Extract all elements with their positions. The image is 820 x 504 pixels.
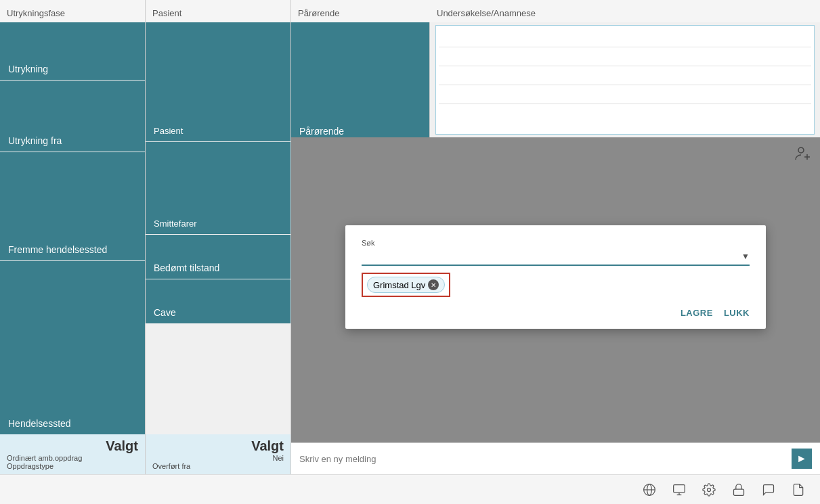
- pasient-block[interactable]: [146, 22, 290, 120]
- save-button[interactable]: LAGRE: [681, 308, 713, 318]
- dialog-actions: LAGRE LUKK: [362, 308, 750, 318]
- bedomt-label: Bedømt tilstand: [154, 262, 219, 273]
- bedomt-block[interactable]: Bedømt tilstand: [146, 235, 290, 279]
- middle-valgt: Valgt: [251, 438, 284, 454]
- utrykning-fra-label: Utrykning fra: [8, 135, 62, 146]
- pasient-label: Pasient: [146, 120, 290, 141]
- undersokelse-area: [430, 22, 820, 137]
- left-valgt: Valgt: [106, 438, 138, 454]
- utrykningsfase-column: Utrykningsfase Utrykning Utrykning fra F…: [0, 0, 146, 474]
- chat-icon[interactable]: [760, 482, 777, 498]
- message-input[interactable]: [299, 454, 792, 464]
- left-oppdragstype: Oppdragstype: [7, 462, 138, 470]
- overlay-panel: Søk ▼ Grimstad Lgv ✕ LAGRE LUKK: [291, 137, 820, 474]
- utrykning-block[interactable]: Utrykning: [0, 22, 145, 80]
- parorende-col-header: Pårørende: [291, 0, 430, 22]
- grimstad-tag: Grimstad Lgv ✕: [367, 277, 445, 293]
- smittefarer-block[interactable]: [146, 142, 290, 213]
- pasient-header: Pasient: [146, 0, 290, 22]
- right-area: Pårørende Undersøkelse/Anamnese Pårørend…: [291, 0, 820, 474]
- svg-rect-10: [734, 489, 744, 495]
- search-label: Søk: [362, 239, 750, 247]
- pasient-column: Pasient Pasient Smittefarer Bedømt tilst…: [146, 0, 291, 474]
- utrykning-label: Utrykning: [8, 64, 48, 74]
- cave-block[interactable]: Cave: [146, 279, 290, 323]
- add-person-icon[interactable]: [794, 145, 811, 165]
- send-button[interactable]: ►: [792, 449, 812, 469]
- message-input-bar: ►: [291, 442, 820, 474]
- smittefarer-label: Smittefarer: [146, 213, 290, 234]
- globe-icon[interactable]: [641, 482, 657, 498]
- middle-bottom-panel: Valgt Nei Overført fra: [146, 434, 290, 474]
- undersokelse-col-header: Undersøkelse/Anamnese: [430, 0, 820, 22]
- hendelsessted-label: Hendelsessted: [8, 418, 71, 429]
- svg-rect-6: [674, 484, 685, 492]
- gear-icon[interactable]: [701, 482, 717, 498]
- close-button[interactable]: LUKK: [724, 308, 750, 318]
- svg-point-0: [798, 147, 804, 153]
- undersokelse-header: Undersøkelse/Anamnese: [430, 0, 820, 22]
- left-bottom-panel: Valgt Ordinært amb.oppdrag Oppdragstype: [0, 434, 145, 474]
- utrykningsfase-header: Utrykningsfase: [0, 0, 145, 22]
- fremme-block[interactable]: Fremme hendelsessted: [0, 152, 145, 260]
- cave-label: Cave: [154, 307, 176, 318]
- middle-overfort: Overført fra: [152, 462, 284, 470]
- monitor-icon[interactable]: [671, 482, 687, 498]
- dropdown-arrow-icon: ▼: [741, 252, 750, 261]
- search-dialog: Søk ▼ Grimstad Lgv ✕ LAGRE LUKK: [345, 225, 766, 329]
- remove-tag-button[interactable]: ✕: [428, 279, 439, 290]
- hendelsessted-block[interactable]: Hendelsessted: [0, 261, 145, 434]
- lock-icon[interactable]: [731, 482, 747, 498]
- fremme-label: Fremme hendelsessted: [8, 244, 107, 255]
- tag-label: Grimstad Lgv: [373, 280, 425, 290]
- tag-container: Grimstad Lgv ✕: [362, 273, 450, 297]
- file-icon[interactable]: [790, 482, 806, 498]
- bottom-toolbar: [0, 474, 820, 504]
- svg-point-9: [708, 488, 711, 491]
- parorende-block[interactable]: Pårørende: [291, 22, 430, 137]
- utrykning-fra-block[interactable]: Utrykning fra: [0, 81, 145, 152]
- middle-nei: Nei: [272, 454, 284, 462]
- search-input[interactable]: [362, 248, 741, 265]
- parorende-header: Pårørende: [291, 0, 430, 22]
- left-oppdrag: Ordinært amb.oppdrag: [7, 454, 138, 462]
- search-input-wrapper: ▼: [362, 248, 750, 266]
